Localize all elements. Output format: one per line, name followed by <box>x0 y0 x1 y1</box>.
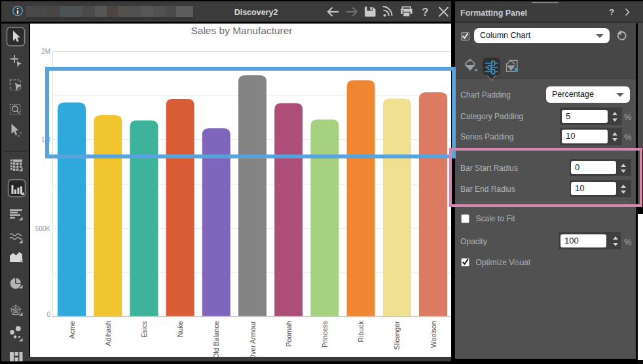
svg-text:Slicenger: Slicenger <box>393 321 401 350</box>
svg-text:Woolson: Woolson <box>430 321 437 348</box>
svg-text:Adihash: Adihash <box>104 321 112 346</box>
svg-text:Poomah: Poomah <box>285 321 293 346</box>
svg-text:Sales by Manufacturer: Sales by Manufacturer <box>191 25 292 36</box>
svg-text:Esics: Esics <box>140 321 148 338</box>
svg-text:Acme: Acme <box>68 321 76 338</box>
svg-text:0: 0 <box>46 311 50 318</box>
svg-text:Over Armour: Over Armour <box>249 321 257 357</box>
svg-text:Ribuck: Ribuck <box>357 321 365 342</box>
svg-text:Old Balance: Old Balance <box>212 321 220 357</box>
svg-text:2M: 2M <box>41 48 50 55</box>
svg-text:Princess: Princess <box>321 321 329 348</box>
svg-text:500K: 500K <box>35 225 51 232</box>
svg-text:Nuke: Nuke <box>176 321 184 337</box>
